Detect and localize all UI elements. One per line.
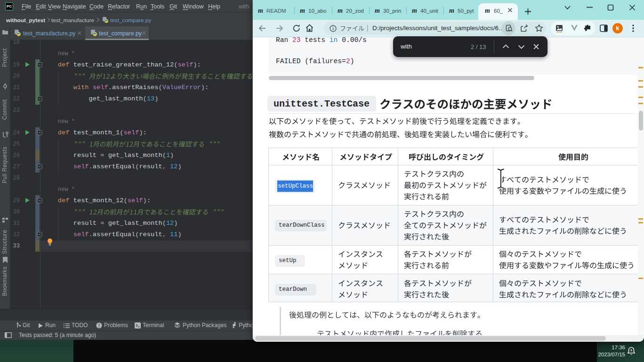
svg-text:z: z [630, 348, 632, 352]
